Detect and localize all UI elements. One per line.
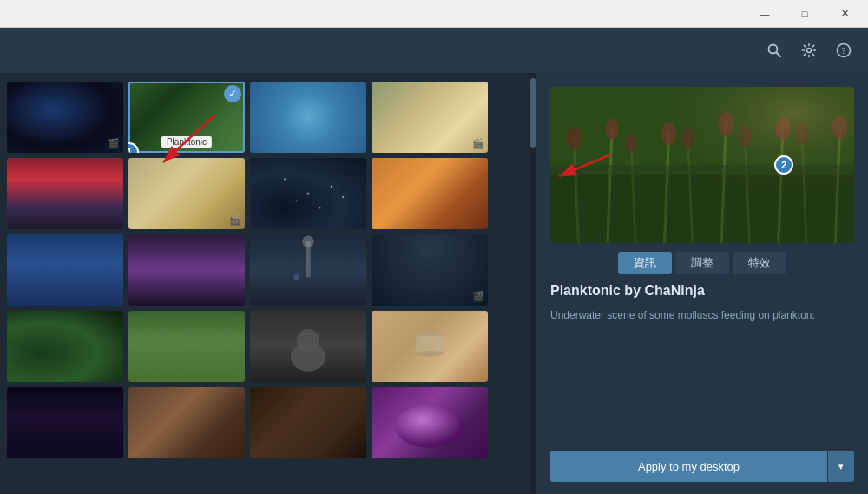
wallpaper-thumb-2[interactable]: ✓ Planktonic 1 [128, 82, 245, 153]
maximize-button[interactable]: □ [785, 1, 825, 27]
thumb-label-2: Planktonic [161, 136, 212, 148]
settings-icon[interactable] [799, 40, 819, 61]
apply-dropdown-button[interactable]: ▾ [828, 451, 854, 482]
preview-bg: 2 [550, 87, 854, 243]
wallpaper-thumb-10[interactable] [128, 234, 245, 306]
svg-point-15 [293, 274, 299, 280]
apply-to-desktop-button[interactable]: Apply to my desktop [550, 451, 827, 482]
wallpaper-thumb-3[interactable] [250, 82, 366, 153]
chevron-down-icon: ▾ [838, 461, 844, 472]
wallpaper-thumb-12[interactable]: 🎬 [372, 234, 488, 306]
title-bar: — □ ✕ [0, 0, 868, 28]
svg-point-23 [395, 405, 464, 448]
search-icon[interactable] [764, 40, 785, 61]
wallpaper-thumb-4[interactable]: 🎬 [372, 82, 488, 153]
wallpaper-thumb-13[interactable] [7, 311, 123, 382]
svg-point-22 [416, 351, 444, 357]
wallpaper-thumb-6[interactable]: 🎬 [128, 158, 245, 229]
preview-spacer [550, 332, 854, 442]
wallpaper-thumb-9[interactable] [7, 234, 123, 306]
video-icon-4: 🎬 [472, 138, 484, 149]
wallpaper-thumb-19[interactable] [250, 387, 366, 458]
annotation-2: 2 [774, 155, 793, 175]
svg-point-10 [296, 200, 298, 201]
preview-image: 2 [550, 87, 854, 243]
preview-panel: 2 資訊 調整 特效 Planktonic by ChaNinja [536, 73, 868, 494]
svg-point-12 [342, 196, 344, 198]
svg-line-1 [777, 53, 781, 57]
wallpaper-thumb-14[interactable] [128, 311, 245, 382]
wallpaper-thumb-8[interactable] [372, 158, 488, 229]
wallpaper-thumb-11[interactable] [250, 234, 366, 306]
wallpaper-thumb-20[interactable] [372, 387, 488, 458]
grid-row-4 [7, 311, 523, 382]
tab-effects[interactable]: 特效 [733, 252, 786, 274]
toolbar: ? [0, 28, 868, 73]
wallpaper-thumb-7[interactable] [250, 158, 366, 229]
video-icon-12: 🎬 [472, 291, 484, 302]
minimize-button[interactable]: — [745, 1, 785, 27]
checkmark-icon: ✓ [224, 85, 241, 102]
preview-title: Planktonic by ChaNinja [550, 283, 854, 299]
grid-row-5 [7, 387, 523, 458]
wallpaper-thumb-1[interactable]: 🎬 [7, 82, 123, 153]
svg-point-2 [807, 49, 812, 53]
main-content: 🎬 ✓ Planktonic 1 🎬 [0, 73, 868, 494]
svg-rect-47 [550, 87, 854, 243]
video-icon-1: 🎬 [108, 138, 120, 149]
svg-point-14 [302, 236, 313, 247]
grid-row-3: 🎬 [7, 234, 523, 306]
help-icon[interactable]: ? [833, 40, 854, 61]
svg-point-17 [297, 329, 320, 352]
wallpaper-thumb-18[interactable] [128, 387, 245, 458]
grid-row-1: 🎬 ✓ Planktonic 1 🎬 [7, 82, 523, 153]
svg-point-8 [307, 193, 310, 195]
wallpaper-thumb-5[interactable] [7, 158, 123, 229]
wallpaper-grid-panel: 🎬 ✓ Planktonic 1 🎬 [0, 73, 529, 494]
preview-description: Underwater scene of some molluscs feedin… [550, 307, 854, 323]
grid-row-2: 🎬 [7, 158, 523, 229]
wallpaper-thumb-17[interactable] [7, 387, 123, 458]
svg-text:?: ? [842, 45, 846, 56]
video-icon-6: 🎬 [229, 214, 241, 226]
wallpaper-thumb-16[interactable] [372, 311, 488, 382]
scrollbar[interactable] [529, 73, 536, 494]
svg-point-9 [331, 186, 332, 188]
apply-button-row: Apply to my desktop ▾ [550, 451, 854, 482]
svg-point-11 [319, 207, 320, 208]
tab-info[interactable]: 資訊 [618, 252, 672, 274]
close-button[interactable]: ✕ [825, 1, 865, 27]
tabs-row: 資訊 調整 特效 [550, 252, 854, 274]
svg-point-7 [284, 179, 286, 181]
tab-adjust[interactable]: 調整 [675, 252, 729, 274]
wallpaper-thumb-15[interactable] [250, 311, 366, 382]
